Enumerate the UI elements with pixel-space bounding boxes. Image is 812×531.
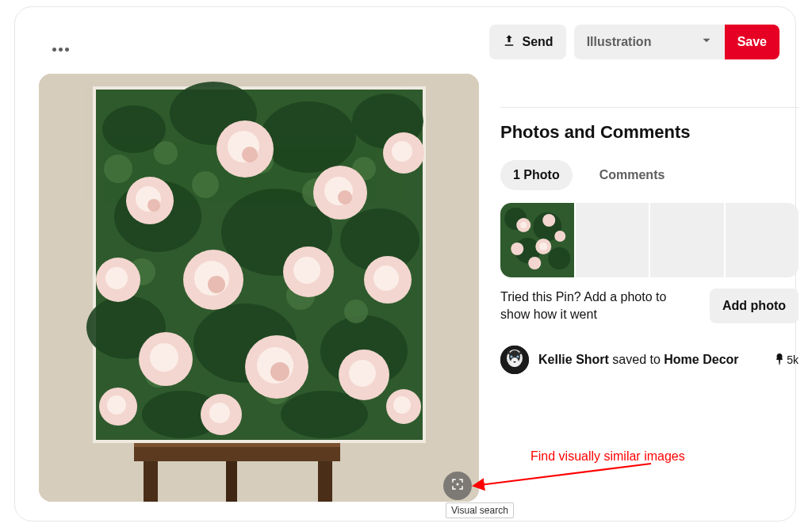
add-photo-prompt: Tried this Pin? Add a photo to show how … — [500, 288, 799, 323]
svg-point-11 — [261, 101, 356, 173]
visual-search-tooltip: Visual search — [446, 502, 514, 518]
divider — [500, 107, 799, 108]
board-selected-label: Illustration — [587, 35, 652, 49]
svg-point-61 — [242, 147, 258, 162]
svg-point-23 — [192, 171, 219, 198]
tab-comments[interactable]: Comments — [587, 160, 678, 190]
chevron-down-icon — [699, 33, 714, 51]
svg-point-65 — [270, 362, 289, 381]
svg-line-67 — [473, 464, 651, 486]
svg-point-85 — [510, 355, 512, 357]
photo-thumbnail-empty[interactable] — [650, 203, 724, 277]
send-icon — [502, 33, 516, 51]
pin-count: 5k — [776, 353, 799, 367]
photo-thumbnail-empty[interactable] — [726, 203, 799, 277]
saver-text: Kellie Short saved to Home Decor — [538, 352, 766, 369]
svg-point-50 — [392, 141, 412, 162]
section-title: Photos and Comments — [500, 122, 799, 143]
visual-search-icon — [450, 477, 465, 495]
saver-name[interactable]: Kellie Short — [538, 353, 609, 366]
send-button[interactable]: Send — [489, 25, 566, 59]
svg-point-62 — [147, 199, 160, 212]
tab-photos[interactable]: 1 Photo — [500, 160, 573, 190]
svg-rect-5 — [318, 461, 332, 502]
photo-thumbnail[interactable] — [500, 203, 574, 277]
svg-point-54 — [373, 266, 399, 291]
saver-verb: saved to — [609, 353, 664, 366]
svg-point-72 — [548, 247, 570, 269]
svg-point-57 — [349, 360, 376, 387]
add-photo-button[interactable]: Add photo — [710, 288, 799, 323]
svg-point-79 — [520, 222, 527, 228]
avatar[interactable] — [500, 346, 529, 374]
right-column: Photos and Comments 1 Photo Comments Tri… — [500, 74, 799, 374]
pin-icon — [776, 353, 783, 367]
svg-point-30 — [344, 300, 368, 323]
svg-rect-6 — [226, 461, 237, 502]
svg-point-80 — [539, 243, 547, 250]
svg-point-53 — [293, 257, 320, 284]
svg-point-58 — [209, 403, 230, 423]
save-button[interactable]: Save — [725, 25, 779, 59]
prompt-text: Tried this Pin? Add a photo to show how … — [500, 288, 691, 323]
top-actions: Send Illustration Save — [489, 25, 780, 59]
saver-row: Kellie Short saved to Home Decor 5k — [500, 346, 799, 374]
tabs: 1 Photo Comments — [500, 160, 799, 190]
svg-point-59 — [107, 395, 126, 414]
svg-point-66 — [457, 483, 459, 486]
svg-point-21 — [104, 155, 132, 183]
saver-board[interactable]: Home Decor — [664, 353, 738, 366]
svg-point-64 — [208, 276, 225, 293]
svg-point-75 — [511, 243, 523, 255]
board-select[interactable]: Illustration — [574, 25, 725, 59]
send-label: Send — [523, 35, 553, 49]
more-button[interactable] — [45, 34, 75, 64]
svg-point-51 — [105, 267, 128, 289]
save-label: Save — [737, 35, 767, 49]
svg-point-60 — [393, 396, 411, 414]
more-icon — [52, 48, 69, 52]
pin-count-value: 5k — [787, 353, 799, 366]
photo-thumbnails — [500, 203, 799, 277]
svg-rect-4 — [144, 461, 158, 502]
pin-image[interactable] — [39, 74, 479, 502]
svg-point-77 — [554, 231, 565, 242]
svg-point-78 — [528, 257, 541, 269]
svg-point-63 — [338, 190, 352, 204]
svg-point-86 — [516, 355, 519, 357]
annotation-text: Find visually similar images — [530, 449, 685, 464]
photo-thumbnail-empty[interactable] — [576, 203, 649, 277]
svg-point-74 — [542, 214, 555, 227]
svg-point-22 — [154, 141, 178, 165]
pin-card: Send Illustration Save — [14, 6, 796, 521]
visual-search-button[interactable] — [443, 472, 472, 500]
svg-point-55 — [150, 343, 178, 372]
